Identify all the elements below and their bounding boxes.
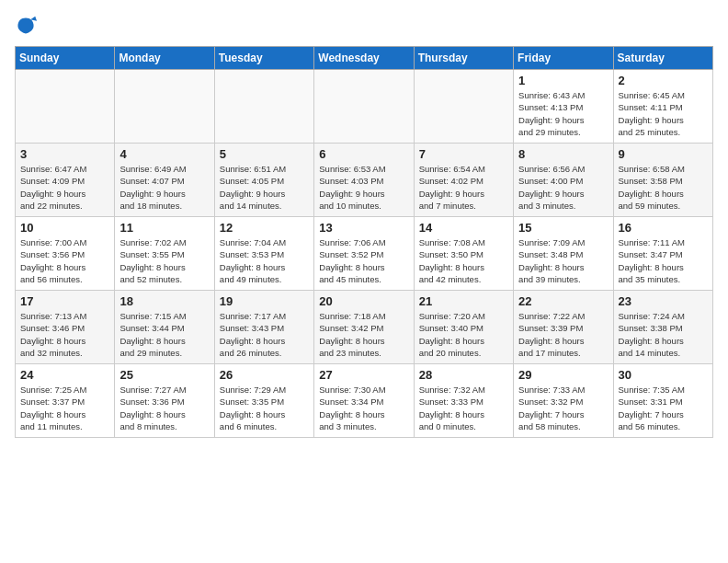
day-detail: Sunrise: 7:00 AM Sunset: 3:56 PM Dayligh…: [20, 236, 109, 285]
day-number: 7: [419, 147, 508, 161]
day-detail: Sunrise: 7:27 AM Sunset: 3:36 PM Dayligh…: [119, 384, 209, 432]
day-detail: Sunrise: 7:35 AM Sunset: 3:31 PM Dayligh…: [619, 384, 708, 432]
day-detail: Sunrise: 7:22 AM Sunset: 3:39 PM Dayligh…: [518, 310, 608, 359]
day-detail: Sunrise: 6:43 AM Sunset: 4:13 PM Dayligh…: [518, 89, 608, 138]
day-number: 24: [20, 368, 109, 382]
calendar-cell: 10Sunrise: 7:00 AM Sunset: 3:56 PM Dayli…: [16, 217, 115, 291]
header: [15, 15, 713, 37]
calendar-cell: 3Sunrise: 6:47 AM Sunset: 4:09 PM Daylig…: [16, 144, 115, 217]
day-number: 9: [619, 147, 708, 161]
calendar-cell: 18Sunrise: 7:15 AM Sunset: 3:44 PM Dayli…: [115, 291, 214, 364]
weekday-header-row: SundayMondayTuesdayWednesdayThursdayFrid…: [16, 47, 713, 70]
weekday-header-saturday: Saturday: [613, 47, 712, 70]
calendar-cell: 1Sunrise: 6:43 AM Sunset: 4:13 PM Daylig…: [514, 70, 613, 144]
day-detail: Sunrise: 6:53 AM Sunset: 4:03 PM Dayligh…: [319, 163, 408, 212]
calendar-cell: 11Sunrise: 7:02 AM Sunset: 3:55 PM Dayli…: [115, 217, 214, 291]
day-number: 4: [119, 147, 209, 161]
day-number: 19: [220, 294, 309, 308]
day-number: 26: [220, 368, 309, 382]
day-detail: Sunrise: 7:20 AM Sunset: 3:40 PM Dayligh…: [419, 310, 508, 359]
weekday-header-monday: Monday: [115, 47, 214, 70]
day-detail: Sunrise: 7:06 AM Sunset: 3:52 PM Dayligh…: [319, 236, 408, 285]
day-detail: Sunrise: 6:56 AM Sunset: 4:00 PM Dayligh…: [518, 163, 608, 212]
day-number: 25: [119, 368, 209, 382]
calendar-cell: 4Sunrise: 6:49 AM Sunset: 4:07 PM Daylig…: [115, 144, 214, 217]
calendar-week-row: 24Sunrise: 7:25 AM Sunset: 3:37 PM Dayli…: [16, 364, 713, 438]
calendar-cell: 24Sunrise: 7:25 AM Sunset: 3:37 PM Dayli…: [16, 364, 115, 438]
day-detail: Sunrise: 6:49 AM Sunset: 4:07 PM Dayligh…: [119, 163, 209, 212]
calendar-cell: 25Sunrise: 7:27 AM Sunset: 3:36 PM Dayli…: [115, 364, 214, 438]
day-detail: Sunrise: 6:54 AM Sunset: 4:02 PM Dayligh…: [419, 163, 508, 212]
calendar-cell: [115, 70, 214, 144]
day-number: 11: [119, 221, 209, 235]
day-detail: Sunrise: 7:29 AM Sunset: 3:35 PM Dayligh…: [220, 384, 309, 432]
day-number: 23: [619, 294, 708, 308]
day-number: 2: [619, 74, 708, 87]
calendar-cell: 29Sunrise: 7:33 AM Sunset: 3:32 PM Dayli…: [514, 364, 613, 438]
calendar-cell: [16, 70, 115, 144]
calendar-cell: 20Sunrise: 7:18 AM Sunset: 3:42 PM Dayli…: [314, 291, 414, 364]
calendar-week-row: 17Sunrise: 7:13 AM Sunset: 3:46 PM Dayli…: [16, 291, 713, 364]
day-detail: Sunrise: 7:17 AM Sunset: 3:43 PM Dayligh…: [220, 310, 309, 359]
day-number: 17: [20, 294, 109, 308]
day-detail: Sunrise: 7:04 AM Sunset: 3:53 PM Dayligh…: [220, 236, 309, 285]
day-detail: Sunrise: 7:30 AM Sunset: 3:34 PM Dayligh…: [319, 384, 408, 432]
calendar-cell: 22Sunrise: 7:22 AM Sunset: 3:39 PM Dayli…: [514, 291, 613, 364]
day-number: 30: [619, 368, 708, 382]
calendar-cell: 17Sunrise: 7:13 AM Sunset: 3:46 PM Dayli…: [16, 291, 115, 364]
weekday-header-friday: Friday: [514, 47, 613, 70]
day-detail: Sunrise: 7:24 AM Sunset: 3:38 PM Dayligh…: [619, 310, 708, 359]
calendar-cell: 26Sunrise: 7:29 AM Sunset: 3:35 PM Dayli…: [214, 364, 313, 438]
day-number: 22: [518, 294, 608, 308]
day-number: 29: [518, 368, 608, 382]
weekday-header-tuesday: Tuesday: [214, 47, 313, 70]
day-detail: Sunrise: 7:02 AM Sunset: 3:55 PM Dayligh…: [119, 236, 209, 285]
day-number: 18: [119, 294, 209, 308]
calendar-cell: 13Sunrise: 7:06 AM Sunset: 3:52 PM Dayli…: [314, 217, 414, 291]
calendar-cell: [214, 70, 313, 144]
day-number: 8: [518, 147, 608, 161]
day-detail: Sunrise: 7:25 AM Sunset: 3:37 PM Dayligh…: [20, 384, 109, 432]
day-detail: Sunrise: 7:18 AM Sunset: 3:42 PM Dayligh…: [319, 310, 408, 359]
calendar-cell: 28Sunrise: 7:32 AM Sunset: 3:33 PM Dayli…: [414, 364, 513, 438]
day-number: 13: [319, 221, 408, 235]
logo-icon: [15, 15, 37, 37]
day-number: 3: [20, 147, 109, 161]
day-number: 6: [319, 147, 408, 161]
calendar-table: SundayMondayTuesdayWednesdayThursdayFrid…: [15, 46, 713, 438]
logo: [15, 15, 40, 37]
day-number: 12: [220, 221, 309, 235]
calendar-week-row: 1Sunrise: 6:43 AM Sunset: 4:13 PM Daylig…: [16, 70, 713, 144]
calendar-cell: 8Sunrise: 6:56 AM Sunset: 4:00 PM Daylig…: [514, 144, 613, 217]
day-number: 1: [518, 74, 608, 87]
day-detail: Sunrise: 7:09 AM Sunset: 3:48 PM Dayligh…: [518, 236, 608, 285]
calendar-cell: 7Sunrise: 6:54 AM Sunset: 4:02 PM Daylig…: [414, 144, 513, 217]
calendar-cell: 15Sunrise: 7:09 AM Sunset: 3:48 PM Dayli…: [514, 217, 613, 291]
day-detail: Sunrise: 6:45 AM Sunset: 4:11 PM Dayligh…: [619, 89, 708, 138]
day-number: 21: [419, 294, 508, 308]
day-detail: Sunrise: 7:15 AM Sunset: 3:44 PM Dayligh…: [119, 310, 209, 359]
day-number: 20: [319, 294, 408, 308]
calendar-cell: 6Sunrise: 6:53 AM Sunset: 4:03 PM Daylig…: [314, 144, 414, 217]
calendar-cell: 30Sunrise: 7:35 AM Sunset: 3:31 PM Dayli…: [613, 364, 712, 438]
calendar-cell: 23Sunrise: 7:24 AM Sunset: 3:38 PM Dayli…: [613, 291, 712, 364]
calendar-cell: [314, 70, 414, 144]
calendar-cell: 19Sunrise: 7:17 AM Sunset: 3:43 PM Dayli…: [214, 291, 313, 364]
day-number: 28: [419, 368, 508, 382]
day-number: 15: [518, 221, 608, 235]
weekday-header-thursday: Thursday: [414, 47, 513, 70]
day-detail: Sunrise: 6:47 AM Sunset: 4:09 PM Dayligh…: [20, 163, 109, 212]
calendar-cell: 21Sunrise: 7:20 AM Sunset: 3:40 PM Dayli…: [414, 291, 513, 364]
day-detail: Sunrise: 7:13 AM Sunset: 3:46 PM Dayligh…: [20, 310, 109, 359]
weekday-header-wednesday: Wednesday: [314, 47, 414, 70]
calendar-cell: 14Sunrise: 7:08 AM Sunset: 3:50 PM Dayli…: [414, 217, 513, 291]
day-detail: Sunrise: 6:58 AM Sunset: 3:58 PM Dayligh…: [619, 163, 708, 212]
day-number: 27: [319, 368, 408, 382]
day-detail: Sunrise: 6:51 AM Sunset: 4:05 PM Dayligh…: [220, 163, 309, 212]
day-detail: Sunrise: 7:33 AM Sunset: 3:32 PM Dayligh…: [518, 384, 608, 432]
calendar-cell: 5Sunrise: 6:51 AM Sunset: 4:05 PM Daylig…: [214, 144, 313, 217]
calendar-cell: 9Sunrise: 6:58 AM Sunset: 3:58 PM Daylig…: [613, 144, 712, 217]
day-detail: Sunrise: 7:08 AM Sunset: 3:50 PM Dayligh…: [419, 236, 508, 285]
day-number: 16: [619, 221, 708, 235]
calendar-cell: 16Sunrise: 7:11 AM Sunset: 3:47 PM Dayli…: [613, 217, 712, 291]
